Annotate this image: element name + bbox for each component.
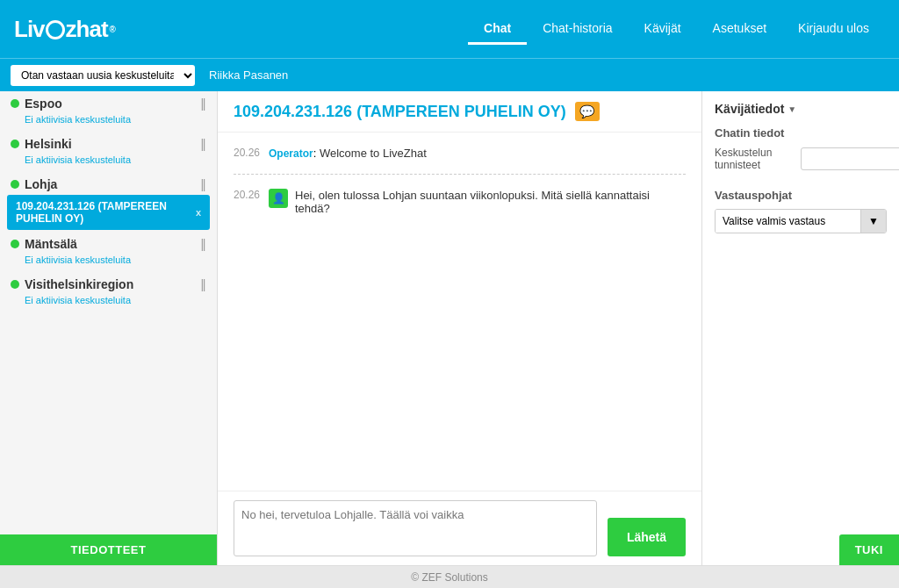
logo-text-part1: Liv: [14, 16, 45, 43]
status-select[interactable]: Otan vastaan uusia keskusteluita: [11, 65, 195, 86]
operator-name: Riikka Pasanen: [209, 68, 288, 82]
chat-header: 109.204.231.126 (TAMPEREEN PUHELIN OY) 💬: [218, 91, 701, 133]
visitor-info-label: Kävijätiedot: [715, 102, 784, 116]
message-row-2: 20.26 👤 Hei, olen tulossa Lohjan suuntaa…: [234, 189, 686, 215]
right-panel: Kävijätiedot ▼ Chatin tiedot Keskustelun…: [702, 91, 899, 565]
no-chats-helsinki: Ei aktiivisia keskusteluita: [0, 153, 217, 172]
sidebar-location-helsinki: Helsinki ‖: [0, 132, 217, 153]
status-dot-mantsala: [11, 240, 19, 248]
main-layout: Espoo ‖ Ei aktiivisia keskusteluita Hels…: [0, 91, 899, 565]
status-dot-espoo: [11, 99, 19, 108]
pause-icon-espoo[interactable]: ‖: [200, 97, 206, 111]
chat-info-title: Chatin tiedot: [715, 126, 887, 140]
chat-messages: 20.26 Operator: Welcome to LiveZhat 20.2…: [218, 133, 701, 491]
tiedotteet-button[interactable]: TIEDOTTEET: [0, 534, 217, 565]
status-dot-lohja: [11, 180, 19, 189]
subheader: Otan vastaan uusia keskusteluita Riikka …: [0, 58, 899, 91]
chevron-down-icon: ▼: [788, 104, 796, 114]
send-button[interactable]: Lähetä: [608, 518, 686, 556]
chat-title: 109.204.231.126 (TAMPEREEN PUHELIN OY): [234, 103, 566, 121]
pause-icon-helsinki[interactable]: ‖: [200, 137, 206, 151]
sidebar-location-espoo: Espoo ‖: [0, 91, 217, 112]
vastauspohjat-section: Vastauspohjat Valitse valmis vastaus ▼: [715, 189, 887, 233]
location-name-mantsala: Mäntsälä: [11, 237, 77, 251]
vastaus-select-wrapper: Valitse valmis vastaus ▼: [715, 209, 887, 233]
msg-text-2: Hei, olen tulossa Lohjan suuntaan viikon…: [295, 189, 650, 215]
status-dot-helsinki: [11, 140, 19, 148]
active-chat-lohja[interactable]: 109.204.231.126 (TAMPEREEN PUHELIN OY) x: [7, 195, 210, 230]
nav-chat-historia[interactable]: Chat-historia: [527, 14, 628, 45]
no-chats-espoo: Ei aktiivisia keskusteluita: [0, 112, 217, 132]
chat-area: 109.204.231.126 (TAMPEREEN PUHELIN OY) 💬…: [218, 91, 702, 565]
no-chats-visithelsinki: Ei aktiivisia keskusteluita: [0, 293, 217, 312]
active-chat-label: 109.204.231.126 (TAMPEREEN PUHELIN OY): [16, 200, 196, 225]
main-nav: Chat Chat-historia Kävijät Asetukset Kir…: [468, 14, 885, 45]
footer: © ZEF Solutions: [0, 565, 899, 588]
tunnisteet-label: Keskustelun tunnisteet: [715, 147, 794, 171]
nav-asetukset[interactable]: Asetukset: [697, 14, 782, 45]
status-dot-visithelsinki: [11, 280, 19, 289]
msg-content-1: Operator: Welcome to LiveZhat: [269, 147, 427, 160]
chat-info-row-tunnisteet: Keskustelun tunnisteet: [715, 147, 887, 171]
msg-text-1: Welcome to LiveZhat: [320, 147, 427, 160]
location-name-espoo: Espoo: [11, 97, 62, 111]
sidebar-location-visithelsinki: Visithelsinkiregion ‖: [0, 272, 217, 293]
message-divider: [234, 174, 686, 175]
tuki-button[interactable]: TUKI: [839, 534, 899, 565]
close-chat-button[interactable]: x: [196, 207, 201, 218]
vastaus-select[interactable]: Valitse valmis vastaus: [716, 210, 860, 233]
logo-o-circle: [46, 20, 65, 39]
visitor-info-header[interactable]: Kävijätiedot ▼: [715, 102, 887, 116]
location-name-helsinki: Helsinki: [11, 137, 72, 151]
tunnisteet-input[interactable]: [801, 147, 899, 170]
vastaus-dropdown-button[interactable]: ▼: [860, 210, 886, 233]
message-row-1: 20.26 Operator: Welcome to LiveZhat: [234, 147, 686, 160]
chat-icon: 💬: [575, 102, 600, 121]
msg-time-1: 20.26: [234, 147, 262, 159]
sidebar: Espoo ‖ Ei aktiivisia keskusteluita Hels…: [0, 91, 218, 565]
location-name-visithelsinki: Visithelsinkiregion: [11, 277, 133, 291]
pause-icon-visithelsinki[interactable]: ‖: [200, 277, 206, 291]
pause-icon-mantsala[interactable]: ‖: [200, 237, 206, 251]
chat-input[interactable]: [234, 500, 597, 556]
logo-text-part2: zhat: [66, 16, 108, 43]
logo: Liv zhat ®: [14, 16, 115, 43]
vastauspohjat-title: Vastauspohjat: [715, 189, 887, 202]
msg-content-2: Hei, olen tulossa Lohjan suuntaan viikon…: [295, 189, 686, 215]
location-name-lohja: Lohja: [11, 177, 57, 191]
nav-kavijat[interactable]: Kävijät: [629, 14, 697, 45]
msg-time-2: 20.26: [234, 189, 262, 201]
logo-reg: ®: [110, 25, 115, 34]
footer-text: © ZEF Solutions: [411, 571, 488, 584]
nav-kirjaudu-ulos[interactable]: Kirjaudu ulos: [782, 14, 885, 45]
sidebar-location-mantsala: Mäntsälä ‖: [0, 232, 217, 253]
header: Liv zhat ® Chat Chat-historia Kävijät As…: [0, 0, 899, 58]
msg-sender-1: Operator: [269, 147, 313, 160]
nav-chat[interactable]: Chat: [468, 14, 527, 45]
no-chats-mantsala: Ei aktiivisia keskusteluita: [0, 253, 217, 272]
visitor-avatar: 👤: [269, 189, 288, 208]
pause-icon-lohja[interactable]: ‖: [200, 177, 206, 191]
sidebar-location-lohja: Lohja ‖: [0, 172, 217, 193]
chat-input-area: Lähetä: [218, 491, 701, 565]
